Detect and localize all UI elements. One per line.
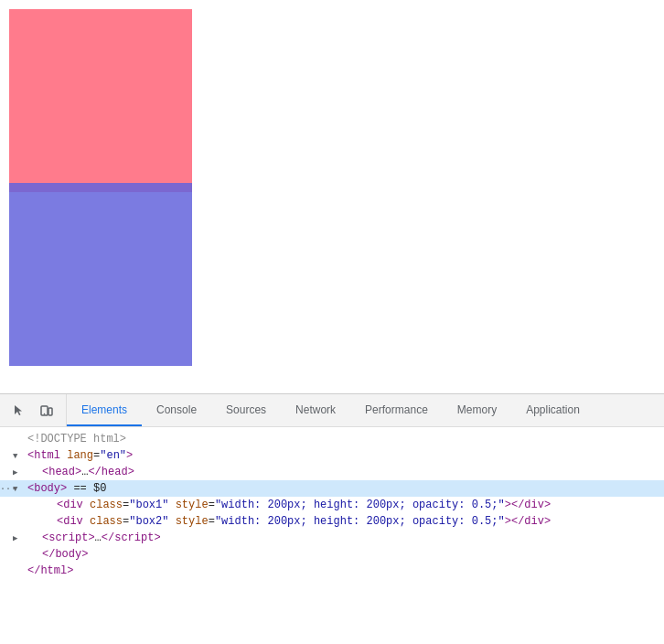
tab-console[interactable]: Console [142,394,211,426]
html-line[interactable]: <div class="box1" style="width: 200px; h… [0,497,664,513]
tab-sources[interactable]: Sources [211,394,281,426]
line-content: <div class="box2" style="width: 200px; h… [24,515,551,528]
tab-application[interactable]: Application [511,394,594,426]
toolbar-icons [0,394,67,426]
html-line[interactable]: <html lang="en"> [0,447,664,464]
devtools-html-panel[interactable]: <!DOCTYPE html> <html lang="en"> <head>…… [0,427,664,644]
svg-rect-1 [48,408,52,415]
inspect-element-button[interactable] [7,399,31,423]
box2-element [9,183,192,366]
html-line[interactable]: </body> [0,546,664,563]
line-content: <head>…</head> [24,466,134,478]
svg-point-2 [44,413,46,414]
line-content: <body> == $0 [24,482,106,495]
line-content: <html lang="en"> [24,449,133,462]
dots-indicator: ··· [0,484,13,494]
box1-element [9,9,192,192]
html-line[interactable]: <div class="box2" style="width: 200px; h… [0,513,664,530]
expand-arrow[interactable] [13,466,24,478]
html-line[interactable]: <!DOCTYPE html> [0,431,664,447]
devtools-tabs: Elements Console Sources Network Perform… [67,394,664,426]
html-line[interactable]: <script>…</script> [0,530,664,546]
line-content: <div class="box1" style="width: 200px; h… [24,499,551,511]
devtools-panel: Elements Console Sources Network Perform… [0,393,664,644]
line-content: </html> [24,564,73,577]
tab-network[interactable]: Network [281,394,350,426]
line-content: </body> [24,548,88,561]
expand-arrow[interactable] [13,531,24,544]
line-content: <script>…</script> [24,531,161,544]
tab-memory[interactable]: Memory [443,394,511,426]
tab-performance[interactable]: Performance [350,394,443,426]
expand-arrow[interactable] [13,449,24,462]
html-line-body[interactable]: ··· <body> == $0 [0,480,664,497]
expand-arrow[interactable] [13,482,24,495]
html-line[interactable]: <head>…</head> [0,464,664,480]
browser-preview [0,0,664,393]
devtools-toolbar: Elements Console Sources Network Perform… [0,394,664,427]
tab-elements[interactable]: Elements [67,394,142,426]
line-content: <!DOCTYPE html> [24,433,126,445]
device-toolbar-button[interactable] [35,399,59,423]
html-line[interactable]: </html> [0,563,664,579]
